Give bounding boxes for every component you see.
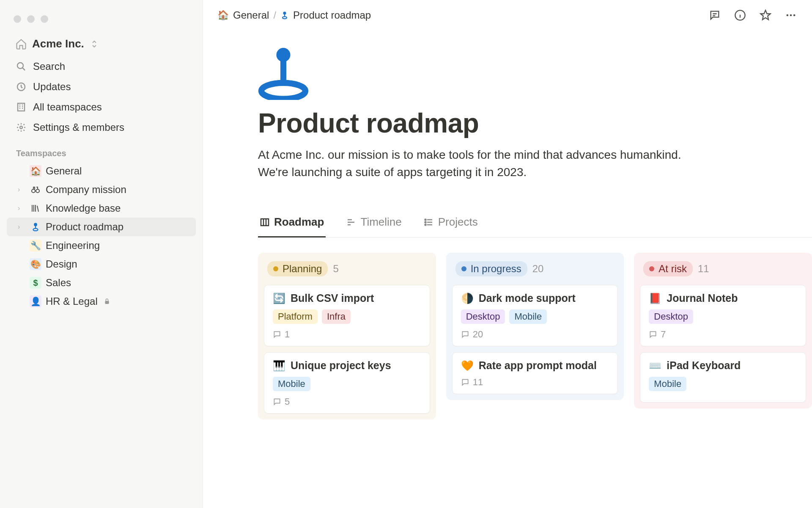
sidebar-item-knowledge-base[interactable]: › Knowledge base	[7, 199, 196, 218]
nav-search-label: Search	[33, 61, 65, 72]
svg-point-14	[793, 14, 796, 17]
breadcrumb-root[interactable]: General	[233, 9, 269, 21]
chevron-right-icon[interactable]: ›	[18, 204, 25, 212]
favorite-button[interactable]	[759, 8, 772, 22]
comment-icon	[461, 378, 469, 387]
tag[interactable]: Platform	[273, 309, 318, 324]
tag[interactable]: Mobile	[509, 309, 547, 324]
svg-point-6	[34, 224, 37, 226]
tag[interactable]: Mobile	[273, 377, 310, 391]
board-card[interactable]: 🎹Unique project keysMobile5	[264, 352, 430, 414]
nav-settings-label: Settings & members	[33, 121, 124, 133]
board-column: Planning5🔄Bulk CSV importPlatformInfra1🎹…	[258, 253, 436, 420]
board-column: In progress20🌗Dark mode supportDesktopMo…	[446, 253, 624, 400]
nav-all-teamspaces[interactable]: All teamspaces	[0, 97, 203, 117]
card-title: 📕Journal Noteb	[649, 292, 797, 304]
sidebar-item-label: General	[46, 165, 82, 177]
tab-projects[interactable]: Projects	[422, 210, 480, 237]
board-card[interactable]: ⌨️iPad KeyboardMobile	[640, 352, 806, 403]
sidebar-item-hr-legal[interactable]: 👤 HR & Legal	[7, 292, 196, 311]
card-title: 🔄Bulk CSV import	[273, 292, 421, 304]
list-icon	[424, 217, 434, 227]
comment-count: 5	[285, 396, 290, 407]
page-hero-icon[interactable]	[258, 45, 812, 100]
card-title-text: iPad Keyboard	[667, 359, 741, 372]
column-header: Planning5	[264, 259, 430, 279]
comment-icon	[273, 330, 281, 339]
nav-all-teamspaces-label: All teamspaces	[33, 101, 102, 113]
column-header: At risk11	[640, 259, 806, 279]
svg-point-19	[425, 219, 426, 220]
home-icon	[15, 38, 27, 50]
status-label: Planning	[283, 263, 322, 275]
sidebar: Acme Inc. Search Updates All teamspaces …	[0, 0, 203, 508]
comment-icon	[649, 330, 657, 339]
binoculars-icon	[30, 184, 41, 196]
board-card[interactable]: 🌗Dark mode supportDesktopMobile20	[452, 285, 618, 346]
workspace-switcher[interactable]: Acme Inc.	[0, 36, 203, 56]
card-title: 🌗Dark mode support	[461, 292, 609, 304]
sidebar-item-general[interactable]: 🏠 General	[7, 162, 196, 180]
page-description[interactable]: At Acme Inc. our mission is to make tool…	[258, 146, 706, 181]
sidebar-item-product-roadmap[interactable]: › Product roadmap	[7, 218, 196, 236]
sidebar-item-label: Company mission	[46, 184, 126, 196]
card-emoji-icon: 🌗	[461, 293, 474, 304]
nav-updates[interactable]: Updates	[0, 77, 203, 97]
card-tags: Mobile	[649, 377, 797, 391]
sidebar-item-sales[interactable]: $ Sales	[7, 273, 196, 292]
status-pill[interactable]: Planning	[267, 261, 328, 276]
status-dot-icon	[649, 266, 654, 271]
svg-point-13	[790, 14, 792, 17]
tag[interactable]: Mobile	[649, 377, 686, 391]
comments-button[interactable]	[708, 8, 721, 22]
sidebar-section-label: Teamspaces	[0, 138, 203, 162]
sidebar-item-label: Sales	[46, 277, 71, 289]
chevron-right-icon[interactable]: ›	[18, 223, 25, 231]
info-button[interactable]	[733, 8, 747, 22]
sidebar-item-company-mission[interactable]: › Company mission	[7, 180, 196, 199]
page-title[interactable]: Product roadmap	[258, 108, 812, 139]
card-title-text: Dark mode support	[479, 292, 576, 304]
tag[interactable]: Desktop	[649, 309, 693, 324]
kanban-board: Planning5🔄Bulk CSV importPlatformInfra1🎹…	[258, 253, 812, 420]
card-tags: PlatformInfra	[273, 309, 421, 324]
sidebar-item-label: Design	[46, 258, 77, 270]
card-tags: DesktopMobile	[461, 309, 609, 324]
svg-point-0	[17, 63, 23, 69]
card-comments[interactable]: 5	[273, 396, 421, 407]
sidebar-item-engineering[interactable]: 🔧 Engineering	[7, 236, 196, 255]
sidebar-item-design[interactable]: 🎨 Design	[7, 255, 196, 273]
topbar-actions	[708, 8, 798, 22]
comment-count: 20	[473, 329, 483, 340]
minimize-window-dot[interactable]	[27, 15, 35, 23]
status-pill[interactable]: In progress	[455, 261, 527, 276]
card-tags: Desktop	[649, 309, 797, 324]
status-pill[interactable]: At risk	[643, 261, 693, 276]
nav-search[interactable]: Search	[0, 56, 203, 77]
board-card[interactable]: 🔄Bulk CSV importPlatformInfra1	[264, 285, 430, 346]
close-window-dot[interactable]	[14, 15, 21, 23]
tag[interactable]: Desktop	[461, 309, 505, 324]
card-comments[interactable]: 11	[461, 377, 609, 388]
card-comments[interactable]: 7	[649, 329, 797, 340]
tag[interactable]: Infra	[322, 309, 351, 324]
status-label: At risk	[658, 263, 687, 275]
zoom-window-dot[interactable]	[41, 15, 48, 23]
more-button[interactable]	[784, 8, 798, 22]
board-card[interactable]: 📕Journal NotebDesktop7	[640, 285, 806, 346]
chevron-right-icon[interactable]: ›	[18, 186, 25, 193]
wrench-icon: 🔧	[30, 240, 41, 251]
window-traffic-lights	[0, 8, 203, 36]
card-comments[interactable]: 1	[273, 329, 421, 340]
breadcrumb-page[interactable]: Product roadmap	[293, 9, 371, 21]
nav-settings[interactable]: Settings & members	[0, 117, 203, 138]
card-comments[interactable]: 20	[461, 329, 609, 340]
tab-timeline[interactable]: Timeline	[344, 210, 403, 237]
main-content: 🏠 General / Product roadmap	[203, 0, 812, 508]
svg-point-12	[787, 14, 789, 17]
card-title: ⌨️iPad Keyboard	[649, 359, 797, 372]
tab-roadmap[interactable]: Roadmap	[258, 210, 326, 237]
svg-point-4	[32, 189, 35, 193]
board-card[interactable]: 🧡Rate app prompt modal11	[452, 352, 618, 394]
card-title-text: Journal Noteb	[667, 292, 738, 304]
